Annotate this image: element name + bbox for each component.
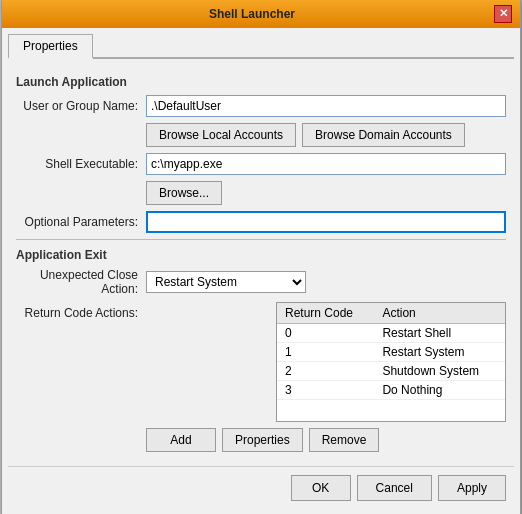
title-bar: Shell Launcher ✕ bbox=[2, 0, 520, 28]
cancel-button[interactable]: Cancel bbox=[357, 475, 432, 501]
divider bbox=[16, 239, 506, 240]
table-actions-row: Add Properties Remove bbox=[146, 428, 506, 452]
application-exit-label: Application Exit bbox=[16, 248, 506, 262]
close-button[interactable]: ✕ bbox=[494, 5, 512, 23]
properties-button[interactable]: Properties bbox=[222, 428, 303, 452]
unexpected-close-select[interactable]: Restart System Restart Shell Shutdown Sy… bbox=[146, 271, 306, 293]
table-body: 0Restart Shell1Restart System2Shutdown S… bbox=[277, 323, 505, 399]
apply-button[interactable]: Apply bbox=[438, 475, 506, 501]
unexpected-close-row: Unexpected Close Action: Restart System … bbox=[16, 268, 506, 296]
optional-params-row: Optional Parameters: bbox=[16, 211, 506, 233]
window-title: Shell Launcher bbox=[10, 7, 494, 21]
return-code-table-container: Return Code Action 0Restart Shell1Restar… bbox=[276, 302, 506, 422]
cell-action: Restart Shell bbox=[374, 323, 505, 342]
browse-local-button[interactable]: Browse Local Accounts bbox=[146, 123, 296, 147]
browse-domain-button[interactable]: Browse Domain Accounts bbox=[302, 123, 465, 147]
cell-return-code: 1 bbox=[277, 342, 374, 361]
bottom-bar: OK Cancel Apply bbox=[8, 466, 514, 509]
cell-return-code: 3 bbox=[277, 380, 374, 399]
browse-button-row: Browse... bbox=[146, 181, 506, 205]
shell-executable-row: Shell Executable: bbox=[16, 153, 506, 175]
window-body: Properties Launch Application User or Gr… bbox=[2, 28, 520, 515]
launch-application-label: Launch Application bbox=[16, 75, 506, 89]
return-code-table: Return Code Action 0Restart Shell1Restar… bbox=[277, 303, 505, 400]
return-code-section: Return Code Action 0Restart Shell1Restar… bbox=[146, 302, 506, 452]
tab-strip: Properties bbox=[8, 34, 514, 59]
remove-button[interactable]: Remove bbox=[309, 428, 380, 452]
ok-button[interactable]: OK bbox=[291, 475, 351, 501]
browse-accounts-row: Browse Local Accounts Browse Domain Acco… bbox=[146, 123, 506, 147]
cell-action: Do Nothing bbox=[374, 380, 505, 399]
table-row[interactable]: 2Shutdown System bbox=[277, 361, 505, 380]
add-button[interactable]: Add bbox=[146, 428, 216, 452]
table-row[interactable]: 0Restart Shell bbox=[277, 323, 505, 342]
return-code-label: Return Code Actions: bbox=[16, 302, 146, 320]
optional-params-input[interactable] bbox=[146, 211, 506, 233]
cell-return-code: 2 bbox=[277, 361, 374, 380]
user-group-label: User or Group Name: bbox=[16, 99, 146, 113]
table-row[interactable]: 1Restart System bbox=[277, 342, 505, 361]
optional-params-label: Optional Parameters: bbox=[16, 215, 146, 229]
user-group-row: User or Group Name: bbox=[16, 95, 506, 117]
user-group-input[interactable] bbox=[146, 95, 506, 117]
table-header: Return Code Action bbox=[277, 303, 505, 324]
col-action: Action bbox=[374, 303, 505, 324]
unexpected-close-label: Unexpected Close Action: bbox=[16, 268, 146, 296]
cell-action: Restart System bbox=[374, 342, 505, 361]
cell-return-code: 0 bbox=[277, 323, 374, 342]
content-area: Launch Application User or Group Name: B… bbox=[8, 67, 514, 462]
shell-executable-input[interactable] bbox=[146, 153, 506, 175]
main-window: Shell Launcher ✕ Properties Launch Appli… bbox=[1, 0, 521, 514]
table-header-row: Return Code Action bbox=[277, 303, 505, 324]
shell-executable-label: Shell Executable: bbox=[16, 157, 146, 171]
col-return-code: Return Code bbox=[277, 303, 374, 324]
return-code-row: Return Code Actions: Return Code Action bbox=[16, 302, 506, 452]
browse-button[interactable]: Browse... bbox=[146, 181, 222, 205]
table-row[interactable]: 3Do Nothing bbox=[277, 380, 505, 399]
tab-properties[interactable]: Properties bbox=[8, 34, 93, 59]
cell-action: Shutdown System bbox=[374, 361, 505, 380]
